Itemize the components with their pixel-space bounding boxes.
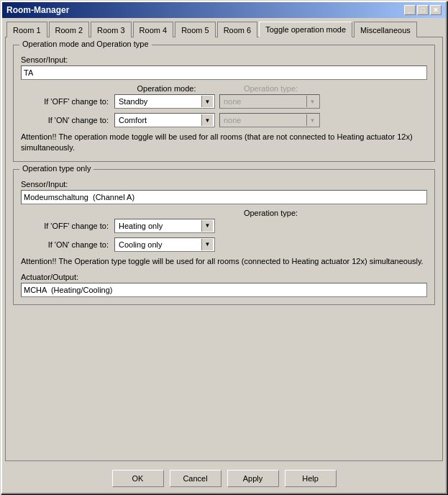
off-row-2: If 'OFF' change to: Heating only ▼ xyxy=(21,219,427,233)
window-title: Room-Manager xyxy=(6,5,69,15)
title-bar-buttons: _ □ ✕ xyxy=(404,5,442,15)
off-type-select-2[interactable]: Heating only ▼ xyxy=(114,219,215,233)
op-type-header-2: Operation type: xyxy=(244,209,298,217)
tab-bar: Room 1 Room 2 Room 3 Room 4 Room 5 Room … xyxy=(2,18,446,37)
off-type-arrow-2: ▼ xyxy=(201,220,213,232)
sensor-input-label-1: Sensor/Input: xyxy=(21,55,427,64)
off-label-2: If 'OFF' change to: xyxy=(21,222,114,230)
apply-button[interactable]: Apply xyxy=(227,470,279,487)
sensor-input-label-2: Sensor/Input: xyxy=(21,180,427,189)
section1-title: Operation mode and Operation type xyxy=(19,40,152,48)
tab-room5[interactable]: Room 5 xyxy=(175,22,216,37)
on-mode-value: Comfort xyxy=(116,116,201,124)
headers-row-1: Operation mode: Operation type: xyxy=(21,84,427,93)
bottom-buttons-bar: OK Cancel Apply Help xyxy=(2,464,446,493)
section1-group: Operation mode and Operation type Sensor… xyxy=(13,45,435,162)
actuator-output-field[interactable] xyxy=(21,283,427,297)
off-row-1: If 'OFF' change to: Standby ▼ none ▼ xyxy=(21,94,427,109)
on-type-value-2: Cooling only xyxy=(116,240,201,249)
off-mode-value: Standby xyxy=(116,97,201,106)
off-type-value-2: Heating only xyxy=(116,222,201,230)
cancel-button[interactable]: Cancel xyxy=(170,470,221,487)
section2-group: Operation type only Sensor/Input: Operat… xyxy=(13,169,435,305)
section2-title: Operation type only xyxy=(19,164,93,173)
minimize-button[interactable]: _ xyxy=(404,5,416,15)
ok-button[interactable]: OK xyxy=(112,470,164,487)
actuator-label: Actuator/Output: xyxy=(21,273,427,281)
off-type-select[interactable]: none ▼ xyxy=(219,94,320,109)
sensor-input-field-1[interactable] xyxy=(21,65,427,80)
on-label-2: If 'ON' change to: xyxy=(21,240,114,249)
help-button[interactable]: Help xyxy=(285,470,337,487)
on-mode-arrow: ▼ xyxy=(201,114,213,126)
tab-miscellaneous[interactable]: Miscellaneous xyxy=(354,22,417,37)
maximize-button[interactable]: □ xyxy=(417,5,429,15)
title-bar: Room-Manager _ □ ✕ xyxy=(2,2,446,18)
off-type-value: none xyxy=(221,97,306,106)
off-type-arrow: ▼ xyxy=(306,96,318,107)
tab-content: Operation mode and Operation type Sensor… xyxy=(5,37,443,461)
on-type-arrow: ▼ xyxy=(306,114,318,126)
section1-notice: Attention!! The operation mode toggle wi… xyxy=(21,132,427,154)
on-row-2: If 'ON' change to: Cooling only ▼ xyxy=(21,237,427,252)
off-label-1: If 'OFF' change to: xyxy=(21,97,114,106)
tab-room1[interactable]: Room 1 xyxy=(6,22,47,37)
op-type-header: Operation type: xyxy=(219,84,323,93)
on-type-arrow-2: ▼ xyxy=(201,239,213,250)
off-mode-arrow: ▼ xyxy=(201,96,213,107)
tab-room6[interactable]: Room 6 xyxy=(217,22,258,37)
main-window: Room-Manager _ □ ✕ Room 1 Room 2 Room 3 … xyxy=(1,1,447,494)
op-mode-header: Operation mode: xyxy=(114,84,219,93)
on-type-select[interactable]: none ▼ xyxy=(219,113,320,127)
tab-room2[interactable]: Room 2 xyxy=(49,22,90,37)
sensor-input-field-2[interactable] xyxy=(21,190,427,204)
on-row-1: If 'ON' change to: Comfort ▼ none ▼ xyxy=(21,113,427,127)
on-label-1: If 'ON' change to: xyxy=(21,116,114,124)
section2-notice: Attention!! The Operation type toggle wi… xyxy=(21,256,427,267)
tab-toggle-operation-mode[interactable]: Toggle operation mode xyxy=(259,22,352,37)
tab-room4[interactable]: Room 4 xyxy=(133,22,174,37)
on-type-select-2[interactable]: Cooling only ▼ xyxy=(114,237,215,252)
on-mode-select[interactable]: Comfort ▼ xyxy=(114,113,215,127)
close-button[interactable]: ✕ xyxy=(430,5,442,15)
tab-room3[interactable]: Room 3 xyxy=(91,22,132,37)
on-type-value: none xyxy=(221,116,306,124)
off-mode-select[interactable]: Standby ▼ xyxy=(114,94,215,109)
